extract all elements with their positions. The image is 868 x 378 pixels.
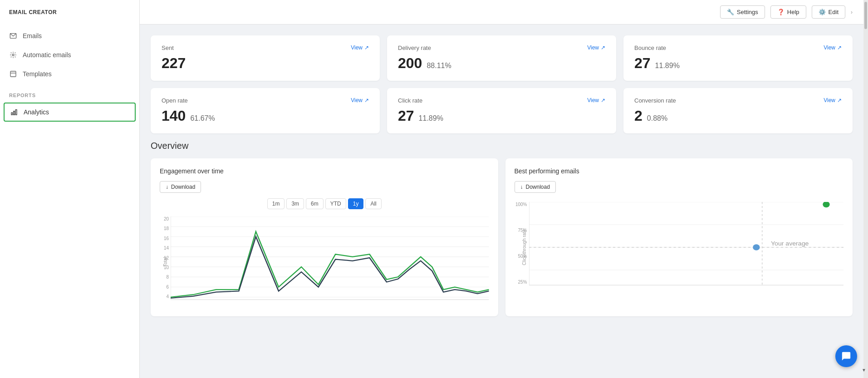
scrollbar-thumb	[864, 2, 867, 29]
external-link-icon: ↗	[601, 97, 605, 103]
sidebar-item-analytics[interactable]: Analytics	[4, 103, 136, 122]
click-rate-label: Click rate	[398, 97, 422, 104]
y-label-14: 14	[164, 245, 169, 250]
brand-title: EMAIL CREATOR	[0, 0, 139, 26]
svg-point-25	[823, 202, 829, 207]
engagement-download-button[interactable]: ↓ Download	[160, 181, 201, 193]
y-label-8: 8	[166, 275, 169, 280]
help-button[interactable]: ❓ Help	[770, 5, 806, 19]
charts-row: Engagement over time ↓ Download 1m 3m 6m…	[151, 158, 853, 316]
external-link-icon: ↗	[364, 97, 369, 103]
y-label-100: 100%	[515, 202, 527, 207]
template-icon	[9, 70, 17, 78]
best-emails-chart-card: Best performing emails ↓ Download 100% 7…	[505, 158, 853, 316]
wrench-icon: 🔧	[727, 9, 734, 15]
conversion-rate-value: 2	[634, 108, 642, 124]
time-filter-3m[interactable]: 3m	[286, 198, 304, 209]
y-label-4: 4	[166, 294, 169, 299]
time-filter-1m[interactable]: 1m	[267, 198, 285, 209]
scroll-arrow-right: ›	[851, 9, 853, 15]
stat-card-bounce-rate: Bounce rate View ↗ 27 11.89%	[623, 35, 853, 81]
topbar: 🔧 Settings ❓ Help ⚙️ Edit ›	[140, 0, 863, 25]
analytics-content: Sent View ↗ 227 Delivery rate View ↗	[140, 25, 863, 378]
stats-row-2: Open rate View ↗ 140 61.67% Click rate V…	[151, 88, 853, 133]
svg-point-26	[753, 244, 760, 250]
gear-icon: ⚙️	[819, 9, 826, 15]
y-label-20: 20	[164, 216, 169, 221]
svg-point-1	[12, 54, 14, 56]
time-filter-all[interactable]: All	[365, 198, 381, 209]
time-filter-1y[interactable]: 1y	[348, 198, 364, 209]
envelope-icon	[9, 32, 17, 40]
click-rate-percent: 11.89%	[419, 114, 443, 123]
stat-card-conversion-rate: Conversion rate View ↗ 2 0.88%	[623, 88, 853, 133]
scroll-down-arrow: ▼	[862, 368, 866, 373]
delivery-rate-value: 200	[398, 55, 422, 72]
automatic-icon	[9, 51, 17, 59]
bounce-rate-value: 27	[634, 55, 651, 72]
sidebar-item-label: Emails	[23, 32, 42, 39]
y-label-6: 6	[166, 285, 169, 290]
sidebar-item-emails[interactable]: Emails	[0, 26, 139, 45]
download-icon-2: ↓	[520, 184, 523, 190]
reports-section-label: REPORTS	[0, 83, 139, 102]
best-emails-download-button[interactable]: ↓ Download	[515, 181, 556, 193]
engagement-chart-card: Engagement over time ↓ Download 1m 3m 6m…	[151, 158, 498, 316]
sidebar-item-label: Analytics	[24, 108, 49, 116]
svg-text:Your average: Your average	[770, 240, 808, 246]
sidebar-item-automatic-emails[interactable]: Automatic emails	[0, 45, 139, 64]
svg-rect-5	[15, 110, 17, 115]
open-rate-percent: 61.67%	[190, 114, 215, 123]
stat-card-open-rate: Open rate View ↗ 140 61.67%	[151, 88, 380, 133]
conversion-rate-percent: 0.88%	[647, 114, 667, 123]
open-rate-label: Open rate	[162, 97, 188, 104]
click-rate-view-link[interactable]: View ↗	[587, 97, 605, 103]
sidebar-item-label: Automatic emails	[23, 51, 71, 59]
bounce-rate-label: Bounce rate	[634, 44, 666, 51]
time-filter-ytd[interactable]: YTD	[325, 198, 346, 209]
svg-rect-2	[10, 71, 16, 77]
sent-view-link[interactable]: View ↗	[351, 44, 369, 51]
engagement-chart-title: Engagement over time	[160, 167, 489, 175]
help-icon: ❓	[777, 9, 785, 15]
y-label-18: 18	[164, 226, 169, 231]
svg-rect-4	[14, 111, 15, 115]
sidebar: EMAIL CREATOR Emails Automatic emails Te…	[0, 0, 140, 378]
time-filter-6m[interactable]: 6m	[306, 198, 324, 209]
external-link-icon: ↗	[837, 97, 842, 103]
bounce-rate-view-link[interactable]: View ↗	[824, 44, 842, 51]
svg-rect-3	[11, 113, 13, 115]
open-rate-value: 140	[162, 108, 186, 124]
y-label-25: 25%	[518, 280, 527, 285]
scatter-chart: Your average	[529, 202, 844, 293]
y-label-16: 16	[164, 236, 169, 241]
delivery-rate-label: Delivery rate	[398, 44, 431, 51]
chat-bubble[interactable]	[835, 345, 857, 367]
delivery-rate-view-link[interactable]: View ↗	[587, 44, 605, 51]
settings-button[interactable]: 🔧 Settings	[720, 5, 765, 19]
engagement-line-chart	[171, 216, 489, 307]
edit-button[interactable]: ⚙️ Edit	[812, 5, 845, 19]
best-emails-chart-title: Best performing emails	[515, 167, 844, 175]
click-rate-value: 27	[398, 108, 414, 124]
open-rate-view-link[interactable]: View ↗	[351, 97, 369, 103]
time-filters: 1m 3m 6m YTD 1y All	[160, 198, 489, 209]
sidebar-item-templates[interactable]: Templates	[0, 64, 139, 83]
conversion-rate-label: Conversion rate	[634, 97, 676, 104]
external-link-icon: ↗	[601, 44, 605, 51]
stats-row-1: Sent View ↗ 227 Delivery rate View ↗	[151, 35, 853, 81]
stat-card-click-rate: Click rate View ↗ 27 11.89%	[387, 88, 616, 133]
external-link-icon: ↗	[364, 44, 369, 51]
right-scrollbar[interactable]: ▼	[863, 0, 868, 378]
stat-card-sent: Sent View ↗ 227	[151, 35, 380, 81]
sent-label: Sent	[162, 44, 174, 51]
sent-value: 227	[162, 55, 186, 72]
main-content: 🔧 Settings ❓ Help ⚙️ Edit › Sent View ↗	[140, 0, 863, 378]
stat-card-delivery-rate: Delivery rate View ↗ 200 88.11%	[387, 35, 616, 81]
sidebar-item-label: Templates	[23, 70, 52, 78]
overview-title: Overview	[151, 141, 853, 151]
delivery-rate-percent: 88.11%	[427, 62, 451, 70]
conversion-rate-view-link[interactable]: View ↗	[824, 97, 842, 103]
bounce-rate-percent: 11.89%	[655, 62, 680, 70]
download-icon: ↓	[166, 184, 168, 190]
